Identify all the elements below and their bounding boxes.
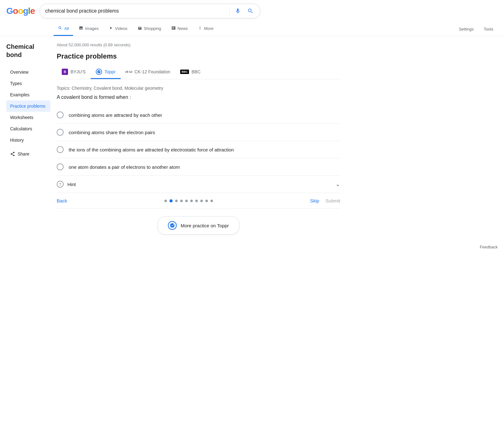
hint-left: ? Hint — [57, 181, 76, 188]
sidebar-item-overview[interactable]: Overview — [6, 66, 50, 78]
source-tab-bbc[interactable]: BBC BBC — [175, 66, 205, 78]
divider — [229, 7, 230, 15]
share-label: Share — [18, 151, 29, 156]
chevron-down-icon: ⌄ — [335, 181, 340, 188]
skip-button[interactable]: Skip — [310, 198, 319, 203]
toppr-icon — [96, 69, 102, 75]
tab-images-label: Images — [85, 26, 99, 31]
tab-more-label: More — [204, 26, 214, 31]
tab-all-label: All — [64, 26, 69, 31]
share-button[interactable]: Share — [6, 148, 50, 160]
hint-text: Hint — [67, 182, 76, 187]
more-practice-button[interactable]: More practice on Toppr — [158, 216, 239, 235]
dot-2 — [175, 200, 178, 202]
google-logo: Google — [6, 6, 35, 16]
option-d[interactable]: one atom donates a pair of electrons to … — [57, 158, 340, 176]
logo-o1: o — [13, 6, 18, 16]
option-c[interactable]: the ions of the combining atoms are attr… — [57, 141, 340, 158]
tab-videos[interactable]: Videos — [104, 22, 132, 36]
mic-button[interactable] — [233, 7, 242, 15]
sidebar-item-history[interactable]: History — [6, 134, 50, 146]
feedback-area: Feedback — [0, 240, 504, 254]
logo-g: G — [6, 6, 13, 16]
hint-icon: ? — [57, 181, 64, 188]
header: Google — [0, 0, 504, 22]
tools-link[interactable]: Tools — [479, 23, 498, 35]
options-list: combining atoms are attracted by each ot… — [57, 106, 340, 176]
ck12-icon: ck·12 — [126, 69, 132, 75]
search-bar — [40, 4, 260, 18]
tab-news[interactable]: News — [167, 22, 192, 36]
more-practice-label: More practice on Toppr — [180, 223, 229, 228]
section-title: Practice problems — [57, 52, 340, 60]
source-tab-ck12[interactable]: ck·12 CK-12 Foundation — [121, 65, 175, 79]
submit-button: Submit — [325, 198, 340, 203]
source-tab-byjus[interactable]: B BYJU'S — [57, 65, 91, 79]
radio-b — [57, 129, 64, 136]
content-area: About 52,000,000 results (0.89 seconds) … — [57, 43, 340, 240]
shopping-icon — [138, 26, 142, 31]
search-button[interactable] — [246, 7, 255, 15]
option-b[interactable]: combining atoms share the electron pairs — [57, 124, 340, 141]
option-c-text: the ions of the combining atoms are attr… — [69, 147, 234, 152]
logo-l: l — [28, 6, 30, 16]
option-b-text: combining atoms share the electron pairs — [69, 130, 155, 135]
dot-3 — [180, 200, 183, 202]
quiz-nav: Back Skip Submit — [57, 193, 340, 209]
dot-1 — [169, 199, 173, 202]
sidebar-item-calculators[interactable]: Calculators — [6, 123, 50, 134]
dot-5 — [190, 200, 193, 202]
more-practice-container: More practice on Toppr — [57, 209, 340, 240]
toppr-btn-icon — [168, 221, 177, 230]
topics-text: Topics: Chemistry, Covalent bond, Molecu… — [57, 86, 340, 91]
byjus-icon: B — [62, 69, 68, 75]
option-a[interactable]: combining atoms are attracted by each ot… — [57, 106, 340, 124]
sidebar-item-types[interactable]: Types — [6, 78, 50, 89]
bbc-label: BBC — [192, 69, 201, 74]
sidebar-item-examples[interactable]: Examples — [6, 89, 50, 100]
dot-7 — [200, 200, 203, 202]
tab-shopping[interactable]: Shopping — [133, 22, 166, 36]
source-tab-toppr[interactable]: Toppr — [91, 65, 121, 79]
dots-container — [67, 199, 310, 202]
news-icon — [171, 26, 176, 31]
tab-more[interactable]: More — [193, 22, 218, 36]
tab-all[interactable]: All — [54, 22, 73, 36]
tab-shopping-label: Shopping — [144, 26, 161, 31]
all-icon — [58, 26, 62, 31]
search-bar-icons — [223, 7, 255, 15]
dot-6 — [195, 200, 198, 202]
sidebar: Chemical bond Overview Types Examples Pr… — [6, 43, 57, 240]
settings-link[interactable]: Settings — [455, 23, 478, 35]
feedback-button[interactable]: Feedback — [480, 245, 498, 249]
byjus-label: BYJU'S — [71, 69, 86, 74]
clear-button[interactable] — [223, 10, 226, 12]
hint-row[interactable]: ? Hint ⌄ — [57, 176, 340, 193]
tab-news-label: News — [178, 26, 188, 31]
share-icon — [10, 151, 15, 156]
sidebar-nav: Overview Types Examples Practice problem… — [6, 66, 50, 146]
videos-icon — [109, 26, 113, 31]
logo-e: e — [30, 6, 35, 16]
sidebar-title: Chemical bond — [6, 43, 50, 59]
mic-icon — [235, 8, 241, 14]
nav-tabs: All Images Videos Shopping News More Set… — [0, 22, 504, 36]
dot-0 — [164, 200, 167, 202]
logo-o2: o — [18, 6, 23, 16]
images-icon — [79, 26, 83, 31]
ck12-label: CK-12 Foundation — [135, 69, 170, 74]
source-tabs: B BYJU'S Toppr ck·12 CK-12 Foundation BB… — [57, 65, 340, 79]
sidebar-item-worksheets[interactable]: Worksheets — [6, 112, 50, 123]
dot-8 — [205, 200, 208, 202]
tab-videos-label: Videos — [115, 26, 128, 31]
search-input[interactable] — [45, 8, 220, 14]
option-d-text: one atom donates a pair of electrons to … — [69, 164, 180, 170]
dot-9 — [210, 200, 213, 202]
question-text: A covalent bond is formed when : — [57, 94, 340, 100]
bbc-icon: BBC — [180, 70, 189, 74]
tab-images[interactable]: Images — [74, 22, 103, 36]
sidebar-item-practice[interactable]: Practice problems — [6, 100, 50, 112]
results-count: About 52,000,000 results (0.89 seconds) — [57, 43, 340, 47]
back-button[interactable]: Back — [57, 198, 67, 203]
toppr-label: Toppr — [105, 69, 116, 74]
